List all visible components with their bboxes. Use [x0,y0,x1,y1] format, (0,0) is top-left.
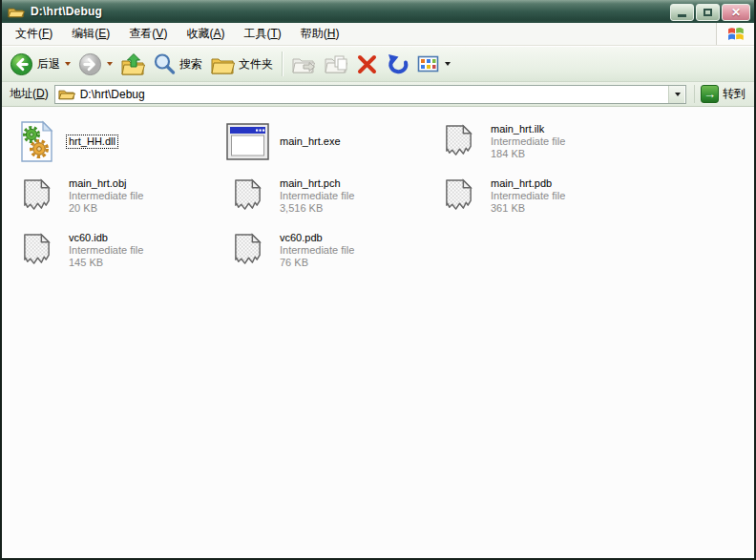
address-combo[interactable] [54,85,686,104]
file-size: 145 KB [67,257,145,269]
open-folder-icon [8,5,25,19]
file-name: vc60.pdb [278,232,356,244]
folder-up-icon [120,52,145,76]
file-tile-main-hrt-pdb[interactable]: main_hrt.pdb Intermediate file 361 KB [437,169,648,223]
file-tile-main-hrt-pch[interactable]: main_hrt.pch Intermediate file 3,516 KB [226,169,437,223]
folders-icon [210,53,235,75]
application-file-icon [226,123,269,160]
file-name: main_hrt.obj [67,177,145,190]
address-input[interactable] [78,88,668,101]
back-button[interactable]: 后退 [6,51,74,78]
windows-flag-logo-icon [726,25,746,44]
file-tiles: hrt_HH.dll main_hrt.exe [15,114,754,278]
go-button[interactable]: → [701,85,719,103]
menu-edit[interactable]: 编辑(E) [62,23,119,45]
intermediate-file-icon [15,233,58,268]
intermediate-file-icon [15,178,58,214]
up-button[interactable] [116,51,149,78]
folders-button[interactable]: 文件夹 [206,52,277,77]
explorer-window: D:\hrt\Debug ✕ 文件(F) 编辑(E) 查看(V) 收藏(A) 工… [0,0,756,560]
close-button[interactable]: ✕ [722,4,750,21]
back-icon [10,52,33,76]
back-label: 后退 [37,56,60,73]
move-to-folder-icon [291,53,316,75]
file-tile-main-hrt-ilk[interactable]: main_hrt.ilk Intermediate file 184 KB [437,114,648,169]
address-label: 地址(D) [10,86,49,102]
file-type: Intermediate file [67,190,145,202]
delete-button[interactable] [352,52,382,77]
views-button[interactable] [413,52,454,75]
folders-label: 文件夹 [239,56,273,73]
forward-button[interactable] [74,51,116,78]
address-dropdown-icon [675,93,681,96]
file-type: Intermediate file [489,190,567,202]
menu-view[interactable]: 查看(V) [119,23,177,45]
move-to-button[interactable] [287,52,320,77]
minimize-button[interactable] [670,4,694,21]
toolbar: 后退 搜索 [2,46,754,82]
intermediate-file-icon [226,233,269,268]
file-list-pane[interactable]: hrt_HH.dll main_hrt.exe [2,107,754,558]
address-folder-icon [58,87,75,101]
file-type: Intermediate file [278,244,356,257]
file-name: main_hrt.exe [278,135,343,148]
file-tile-main-hrt-exe[interactable]: main_hrt.exe [226,114,437,169]
window-title: D:\hrt\Debug [31,5,102,18]
intermediate-file-icon [437,124,480,159]
file-name: hrt_HH.dll [67,135,117,148]
maximize-button[interactable] [696,4,720,21]
undo-button[interactable] [382,51,413,77]
file-size: 361 KB [489,202,567,215]
file-tile-hrt-hh-dll[interactable]: hrt_HH.dll [15,114,226,169]
file-type: Intermediate file [489,135,567,148]
go-label: 转到 [723,86,746,102]
back-dropdown-icon [65,62,71,66]
file-tile-vc60-idb[interactable]: vc60.idb Intermediate file 145 KB [15,223,226,278]
file-name: main_hrt.pdb [489,177,567,190]
copy-to-button[interactable] [320,52,352,77]
menu-file[interactable]: 文件(F) [6,23,62,45]
undo-arrow-icon [386,52,410,75]
file-name: main_hrt.pch [278,177,356,190]
window-controls: ✕ [670,3,750,21]
intermediate-file-icon [437,178,480,214]
search-icon [153,52,176,75]
minimize-icon [678,14,686,17]
address-bar: 地址(D) → 转到 [2,82,754,107]
file-size: 20 KB [67,202,145,215]
file-type: Intermediate file [278,190,356,202]
file-size: 76 KB [278,257,356,269]
file-type: Intermediate file [67,244,145,257]
search-label: 搜索 [179,56,202,73]
go-area: → 转到 [694,85,751,103]
views-dropdown-icon [445,62,451,66]
title-bar[interactable]: D:\hrt\Debug ✕ [2,0,754,23]
file-size: 3,516 KB [278,202,356,215]
intermediate-file-icon [226,178,269,214]
menu-help[interactable]: 帮助(H) [291,23,349,45]
toolbar-separator [282,52,283,76]
file-name: main_hrt.ilk [489,123,567,135]
dll-file-icon [15,120,58,163]
close-icon: ✕ [731,6,741,19]
menu-favorites[interactable]: 收藏(A) [177,23,234,45]
search-button[interactable]: 搜索 [149,51,206,77]
address-dropdown-button[interactable] [668,86,684,103]
windows-logo-area [716,23,754,45]
file-size: 184 KB [489,148,567,160]
views-grid-icon [417,54,440,73]
menu-items: 文件(F) 编辑(E) 查看(V) 收藏(A) 工具(T) 帮助(H) [2,23,716,45]
menu-tools[interactable]: 工具(T) [234,23,290,45]
maximize-icon [704,9,712,16]
forward-dropdown-icon [107,62,113,66]
copy-to-folder-icon [324,53,348,75]
forward-icon [78,52,102,76]
delete-x-icon [356,53,378,75]
file-tile-main-hrt-obj[interactable]: main_hrt.obj Intermediate file 20 KB [15,169,226,223]
file-tile-vc60-pdb[interactable]: vc60.pdb Intermediate file 76 KB [226,223,437,278]
menu-bar: 文件(F) 编辑(E) 查看(V) 收藏(A) 工具(T) 帮助(H) [2,23,754,46]
file-name: vc60.idb [67,232,145,244]
